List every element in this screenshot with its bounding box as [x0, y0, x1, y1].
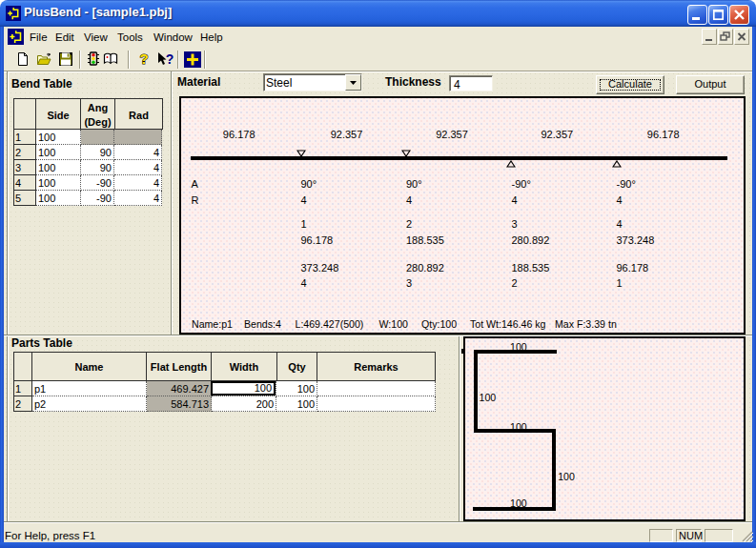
svg-text:?: ? [139, 51, 148, 67]
svg-text:?: ? [166, 51, 174, 67]
